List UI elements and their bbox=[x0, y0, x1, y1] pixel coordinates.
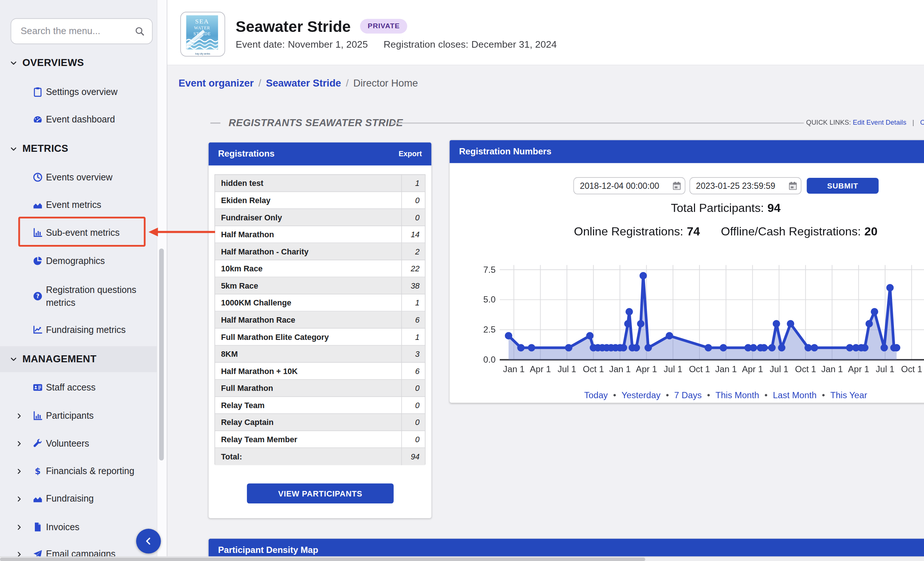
sidebar-collapse-button[interactable] bbox=[136, 529, 161, 553]
chevron-right-icon[interactable] bbox=[15, 495, 23, 503]
event-date-value: November 1, 2025 bbox=[288, 39, 368, 49]
logo-line-1: SEA bbox=[186, 18, 218, 25]
file-icon bbox=[32, 522, 43, 533]
sub-event-name: Ekiden Relay bbox=[215, 192, 401, 209]
search-icon[interactable] bbox=[134, 26, 145, 37]
sidebar-item-event-metrics[interactable]: Event metrics bbox=[0, 196, 157, 214]
chevron-right-icon[interactable] bbox=[15, 440, 23, 447]
table-row: 10km Race22 bbox=[215, 260, 425, 278]
svg-text:Jul 1: Jul 1 bbox=[770, 364, 789, 374]
sidebar-item-label: Staff access bbox=[46, 381, 151, 394]
edit-event-details-link[interactable]: Edit Event Details bbox=[853, 119, 906, 126]
submit-button[interactable]: SUBMIT bbox=[807, 178, 879, 194]
calendar-icon[interactable] bbox=[788, 181, 798, 191]
sidebar-item-label: Sub-event metrics bbox=[46, 226, 151, 239]
svg-text:Jan 1: Jan 1 bbox=[609, 364, 631, 374]
sidebar-item-label: Event metrics bbox=[46, 198, 151, 211]
date-range-links: Today•Yesterday•7 Days•This Month•Last M… bbox=[450, 390, 924, 399]
sidebar-item-sub-event-metrics[interactable]: Sub-event metrics bbox=[0, 224, 157, 241]
sidebar-item-label: Fundraising metrics bbox=[46, 323, 151, 336]
sub-event-name: Half Marathon bbox=[215, 226, 401, 244]
search-input[interactable] bbox=[10, 18, 153, 44]
sub-event-count: 0 bbox=[402, 209, 425, 226]
registrations-table: hidden test1Ekiden Relay0Fundraiser Only… bbox=[214, 174, 426, 465]
sidebar-item-participants[interactable]: Participants bbox=[0, 407, 157, 425]
breadcrumb-event-organizer[interactable]: Event organizer bbox=[179, 78, 254, 89]
date-from-input[interactable] bbox=[573, 177, 686, 194]
sidebar-scrollbar-thumb[interactable] bbox=[159, 248, 164, 461]
chevron-right-icon[interactable] bbox=[15, 523, 23, 531]
chevron-right-icon[interactable] bbox=[15, 412, 23, 419]
sub-event-name: Relay Team bbox=[215, 397, 401, 414]
dashboard-icon bbox=[32, 114, 43, 125]
sidebar: OVERVIEWSSettings overviewEvent dashboar… bbox=[0, 0, 157, 561]
sub-event-count: 38 bbox=[402, 277, 425, 295]
total-participants-value: 94 bbox=[767, 201, 780, 214]
horizontal-scrollbar-thumb[interactable] bbox=[0, 558, 645, 561]
breadcrumb-seawater-stride[interactable]: Seawater Stride bbox=[266, 78, 341, 89]
horizontal-scrollbar[interactable] bbox=[0, 557, 924, 561]
sidebar-item-fundraising[interactable]: Fundraising bbox=[0, 490, 157, 507]
registrations-panel: Registrations Export hidden test1Ekiden … bbox=[208, 143, 431, 519]
range-link-today[interactable]: Today bbox=[584, 390, 608, 399]
sidebar-item-invoices[interactable]: Invoices bbox=[0, 518, 157, 536]
area-chart-icon bbox=[32, 199, 43, 210]
line-chart-icon bbox=[32, 325, 43, 335]
view-participants-button[interactable]: VIEW PARTICIPANTS bbox=[247, 483, 394, 503]
range-link-this-month[interactable]: This Month bbox=[716, 390, 759, 399]
range-link-this-year[interactable]: This Year bbox=[830, 390, 867, 399]
registration-numbers-header: Registration Numbers bbox=[450, 140, 924, 163]
clock-icon bbox=[32, 172, 43, 183]
bar-chart-icon bbox=[32, 410, 43, 421]
sidebar-item-staff-access[interactable]: Staff access bbox=[0, 379, 157, 396]
svg-text:Oct 1: Oct 1 bbox=[901, 364, 922, 374]
viewport: OVERVIEWSSettings overviewEvent dashboar… bbox=[0, 0, 924, 561]
section-divider-line bbox=[391, 123, 804, 123]
sub-event-count: 6 bbox=[402, 363, 425, 380]
quick-links-separator: | bbox=[912, 119, 914, 126]
chevron-right-icon[interactable] bbox=[15, 467, 23, 475]
sub-event-count: 0 bbox=[402, 380, 425, 397]
range-link-bullet: • bbox=[613, 390, 616, 399]
date-to-input[interactable] bbox=[690, 177, 801, 194]
range-link-yesterday[interactable]: Yesterday bbox=[622, 390, 660, 399]
sidebar-item-settings-overview[interactable]: Settings overview bbox=[0, 83, 157, 100]
area-chart-icon bbox=[32, 494, 43, 504]
range-link-7-days[interactable]: 7 Days bbox=[674, 390, 702, 399]
range-link-bullet: • bbox=[666, 390, 669, 399]
svg-text:Apr 1: Apr 1 bbox=[636, 364, 657, 374]
breadcrumb-separator: / bbox=[258, 78, 261, 89]
sidebar-item-events-overview[interactable]: Events overview bbox=[0, 168, 157, 186]
quick-links-truncated-link[interactable]: C bbox=[920, 119, 924, 126]
export-button[interactable]: Export bbox=[399, 150, 422, 158]
sidebar-item-fundraising-metrics[interactable]: Fundraising metrics bbox=[0, 321, 157, 338]
density-map-title: Participant Density Map bbox=[218, 545, 318, 554]
sidebar-item-registration-questions-metrics[interactable]: ?Registration questions metrics bbox=[0, 281, 157, 312]
sidebar-section-header-overviews[interactable]: OVERVIEWS bbox=[0, 54, 157, 72]
sidebar-item-event-dashboard[interactable]: Event dashboard bbox=[0, 111, 157, 128]
sidebar-section-header-management[interactable]: MANAGEMENT bbox=[0, 350, 157, 368]
event-dates: Event date:November 1, 2025 Registration… bbox=[236, 39, 556, 50]
sidebar-item-volunteers[interactable]: Volunteers bbox=[0, 434, 157, 452]
range-link-last-month[interactable]: Last Month bbox=[773, 390, 816, 399]
sub-event-count: 2 bbox=[402, 243, 425, 260]
registrations-panel-header: Registrations Export bbox=[208, 143, 431, 166]
sub-event-name: Relay Captain bbox=[215, 414, 401, 431]
calendar-icon[interactable] bbox=[672, 181, 682, 191]
sub-event-name: Relay Team Member bbox=[215, 431, 401, 448]
date-from-wrap bbox=[573, 177, 686, 194]
reg-closes-value: December 31, 2024 bbox=[471, 39, 556, 49]
total-participants-stat: Total Participants:94 bbox=[450, 201, 924, 215]
sidebar-item-financials-reporting[interactable]: $Financials & reporting bbox=[0, 462, 157, 480]
sub-event-count: 3 bbox=[402, 346, 425, 363]
sub-event-name: Half Marathon + 10K bbox=[215, 363, 401, 380]
app: OVERVIEWSSettings overviewEvent dashboar… bbox=[0, 0, 924, 561]
sidebar-item-label: Participants bbox=[46, 409, 151, 422]
svg-text:Apr 1: Apr 1 bbox=[742, 364, 763, 374]
total-participants-label: Total Participants: bbox=[671, 201, 764, 214]
sidebar-item-demographics[interactable]: Demographics bbox=[0, 252, 157, 269]
table-row: Ekiden Relay0 bbox=[215, 192, 425, 209]
sidebar-section-header-metrics[interactable]: METRICS bbox=[0, 140, 157, 158]
svg-text:0.0: 0.0 bbox=[483, 355, 495, 365]
svg-text:Apr 1: Apr 1 bbox=[848, 364, 869, 374]
